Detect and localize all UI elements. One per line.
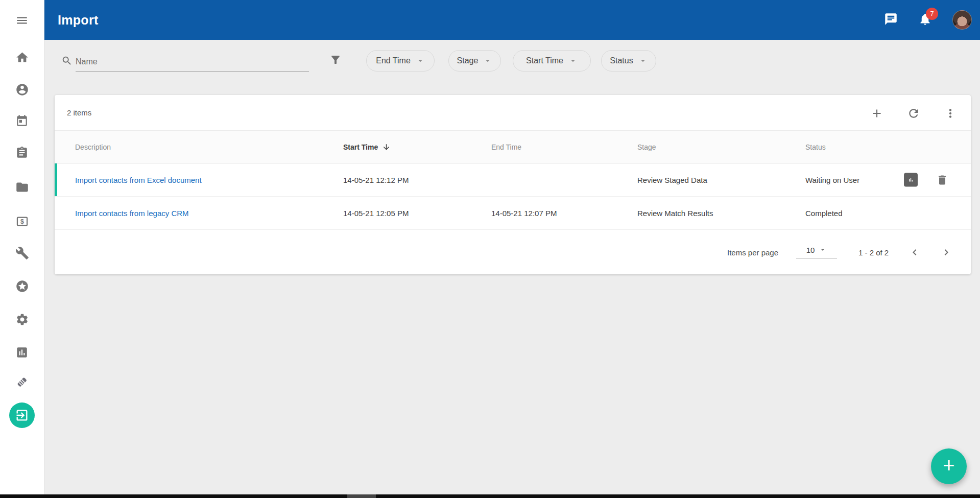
chevron-down-icon — [416, 56, 425, 65]
filter-chip-start-time[interactable]: Start Time — [513, 50, 591, 72]
fab-add-import[interactable]: + — [931, 448, 967, 484]
sidebar-item-home[interactable] — [10, 45, 34, 69]
column-header-stage[interactable]: Stage — [637, 143, 656, 151]
wrench-icon — [15, 246, 29, 260]
handshake-icon — [15, 375, 29, 389]
pagination-range: 1 - 2 of 2 — [858, 248, 889, 256]
sidebar-item-calendar[interactable] — [10, 109, 34, 133]
column-header-end-time[interactable]: End Time — [491, 143, 521, 151]
dollar-card-icon: $ — [15, 215, 29, 228]
add-button[interactable] — [870, 107, 883, 122]
search-input[interactable] — [76, 52, 309, 72]
clipboard-icon — [15, 146, 29, 159]
chevron-right-icon — [940, 246, 952, 258]
svg-text:$: $ — [20, 218, 24, 225]
next-page-button[interactable] — [940, 246, 952, 258]
toolbar-icons — [870, 107, 957, 122]
filter-chip-stage[interactable]: Stage — [448, 50, 501, 72]
screen: $ — [0, 0, 980, 498]
import-list-card: 2 items De — [55, 95, 971, 274]
gear-icon — [15, 313, 29, 326]
sidebar-item-documents[interactable] — [10, 175, 34, 199]
search-icon — [61, 55, 73, 68]
filter-chip-end-time[interactable]: End Time — [366, 50, 435, 72]
column-header-label: Start Time — [343, 143, 378, 151]
page-size-value: 10 — [806, 245, 815, 254]
appbar-actions: 7 — [884, 0, 972, 40]
chat-button[interactable] — [884, 12, 898, 28]
row-start-time: 14-05-21 12:12 PM — [343, 176, 409, 184]
scrollbar-thumb[interactable] — [347, 494, 376, 498]
items-per-page-label: Items per page — [727, 248, 778, 256]
notifications-button[interactable]: 7 — [918, 12, 932, 28]
chip-label: Stage — [457, 56, 479, 65]
page-size-select[interactable]: 10 — [796, 241, 837, 258]
chip-label: Start Time — [526, 56, 563, 65]
row-actions — [904, 173, 948, 187]
results-chart-icon — [906, 176, 915, 184]
refresh-icon — [907, 107, 920, 122]
star-circle-icon — [15, 279, 29, 293]
previous-page-button[interactable] — [909, 246, 921, 258]
sidebar-item-tasks[interactable] — [10, 140, 34, 165]
person-icon — [15, 83, 29, 97]
table-row[interactable]: Import contacts from Excel document 14-0… — [55, 163, 971, 197]
folder-icon — [15, 180, 29, 194]
sidebar-item-contacts[interactable] — [10, 77, 34, 102]
row-status: Completed — [805, 209, 843, 218]
row-description-link[interactable]: Import contacts from legacy CRM — [75, 209, 189, 218]
card-toolbar: 2 items — [55, 95, 971, 131]
chevron-down-icon — [638, 56, 648, 65]
table-row[interactable]: Import contacts from legacy CRM 14-05-21… — [55, 197, 971, 230]
home-icon — [15, 51, 29, 64]
calendar-icon — [15, 114, 29, 128]
sidebar-item-settings[interactable] — [10, 307, 34, 331]
view-results-button[interactable] — [904, 173, 918, 187]
sidebar-item-partners[interactable] — [10, 370, 34, 394]
column-header-description[interactable]: Description — [75, 143, 111, 151]
filter-chip-status[interactable]: Status — [601, 50, 656, 72]
sidebar: $ — [0, 0, 44, 498]
row-stage: Review Match Results — [637, 209, 713, 218]
sidebar-item-billing[interactable]: $ — [10, 209, 34, 233]
exit-to-app-icon — [15, 408, 29, 422]
trash-icon — [936, 174, 948, 186]
page-title: Import — [58, 13, 99, 28]
row-stage: Review Staged Data — [637, 176, 707, 184]
plus-icon: + — [943, 455, 954, 476]
chat-icon — [884, 12, 898, 28]
filter-button[interactable] — [329, 54, 342, 68]
sidebar-item-favorites[interactable] — [10, 274, 34, 298]
sidebar-item-import-active[interactable] — [9, 402, 35, 428]
chevron-left-icon — [909, 246, 921, 258]
hamburger-icon — [15, 14, 29, 27]
delete-button[interactable] — [936, 174, 948, 186]
notification-badge: 7 — [926, 8, 938, 20]
selected-row-indicator — [55, 163, 57, 196]
chip-label: Status — [610, 56, 633, 65]
pagination-bar: Items per page 10 1 - 2 of 2 — [55, 230, 971, 274]
sidebar-item-tools[interactable] — [10, 241, 34, 265]
sort-desc-icon — [382, 143, 391, 151]
chevron-down-icon — [819, 246, 827, 254]
refresh-button[interactable] — [907, 107, 920, 122]
avatar[interactable] — [952, 10, 972, 30]
more-options-button[interactable] — [944, 107, 957, 122]
chevron-down-icon — [483, 56, 492, 65]
column-header-start-time[interactable]: Start Time — [343, 143, 391, 151]
menu-button[interactable] — [10, 8, 34, 33]
row-start-time: 14-05-21 12:05 PM — [343, 209, 409, 218]
app-bar: Import 7 — [44, 0, 980, 40]
row-end-time: 14-05-21 12:07 PM — [491, 209, 557, 218]
row-description-link[interactable]: Import contacts from Excel document — [75, 176, 202, 184]
chevron-down-icon — [568, 56, 578, 65]
items-count: 2 items — [67, 108, 91, 117]
funnel-icon — [329, 59, 342, 67]
table-header-row: Description Start Time End Time Stage St… — [55, 131, 971, 163]
column-header-status[interactable]: Status — [805, 143, 826, 151]
plus-icon — [870, 107, 883, 122]
sidebar-item-reports[interactable] — [10, 340, 34, 365]
kebab-icon — [944, 107, 957, 122]
bar-chart-icon — [15, 346, 29, 359]
horizontal-scrollbar[interactable] — [0, 494, 980, 498]
